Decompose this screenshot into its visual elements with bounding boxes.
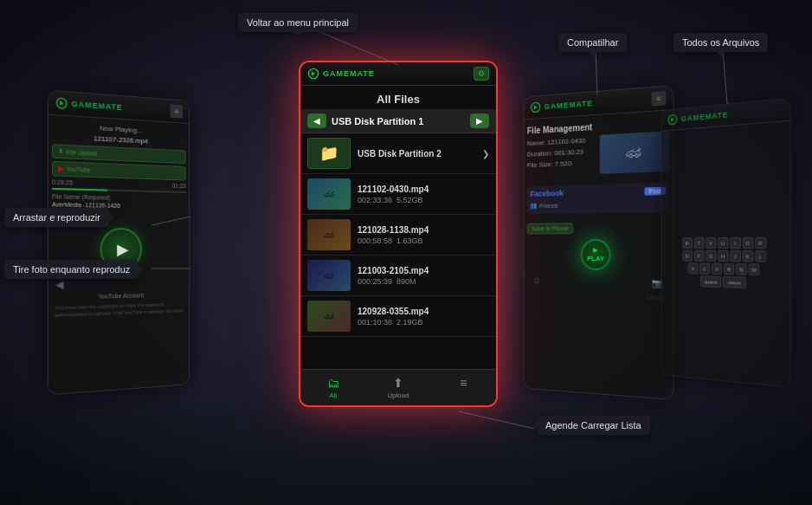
file-name-2: 121003-2105.mp4 [358,266,489,275]
callout-schedule-text: Agende Carregar Lista [545,420,641,431]
key-d[interactable]: D [682,250,693,262]
key-return[interactable]: return [723,276,746,288]
nav-partition-title: USB Disk Partition 1 [332,116,465,126]
file-detail-size: File Size: 7.52G [527,158,593,172]
callout-share-text: Compatilhar [567,37,618,48]
app-name-far-right: GAMEMATE [681,110,729,123]
key-m[interactable]: M [749,263,760,275]
keyboard-row-4: space return [664,275,786,289]
youtube-icon: ▶ [58,165,63,173]
share-button[interactable]: ▶ [470,113,489,128]
menu-icon-left[interactable]: ≡ [170,104,183,119]
key-k[interactable]: K [742,250,753,262]
svg-line-9 [459,411,535,429]
settings-icon[interactable]: ⚙ [474,67,489,81]
tab-upload-icon: ⬆ [393,376,403,390]
key-b[interactable]: B [724,263,734,275]
video-thumb-icon-0: 🏎 [324,188,334,200]
key-t[interactable]: T [693,237,704,249]
progress-bar[interactable] [52,188,186,193]
key-i[interactable]: I [730,237,740,249]
key-p[interactable]: P [755,237,766,249]
key-h[interactable]: H [718,250,728,262]
svg-line-5 [596,50,597,95]
tab-all[interactable]: 🗂 All [300,373,365,402]
tab-sort-icon: ≡ [460,376,467,390]
right-header-icons: ≡ [652,91,666,107]
key-x[interactable]: X [688,262,699,274]
gamemate-logo-far-right [667,113,678,126]
gamemate-logo-center [307,68,319,80]
key-r[interactable]: R [682,237,693,249]
time-end: 01:23 [172,183,186,189]
nav-bar: ◀ USB Disk Partition 1 ▶ [300,109,496,133]
upload-label: File Upload [66,149,97,157]
friends-icon: 👥 [530,202,537,209]
keyboard-area: R T Y U I O P D F G H J K L X C V B [661,121,790,295]
key-f[interactable]: F [693,250,704,262]
time-start: 0:28:25 [52,178,73,185]
file-thumbnail-2: 🏎 [307,260,351,291]
callout-main-menu: Voltar ao menu principal [238,13,358,32]
left-phone-content: Now Playing... 121107-2326.mp4 ⬆ File Up… [48,115,189,326]
youtube-button[interactable]: ▶ YouTube [52,161,186,181]
youtube-label: YouTube [66,166,90,173]
file-meta-0: 002:33:36 5.52GB [358,196,489,204]
key-space[interactable]: space [700,275,721,288]
center-header-icons: ⚙ [474,67,489,81]
menu-icon-right[interactable]: ≡ [652,91,666,107]
copyright-text: You must own the copyright or have the r… [52,299,186,322]
file-name-0: 121102-0430.mp4 [358,185,489,194]
file-preview-thumbnail: 🏎 [600,131,669,174]
key-v[interactable]: V [712,263,722,275]
file-info-2: 121003-2105.mp4 000:25:39 890M [358,266,489,286]
center-phone-header: GAMEMATE ⚙ [300,62,496,86]
upload-icon: ⬆ [58,148,63,156]
keyboard-content-area [664,125,786,234]
key-j[interactable]: J [730,250,740,262]
facebook-panel: Facebook Post 👥 Friends [527,182,669,214]
keyboard-row-1: R T Y U I O P [664,237,786,249]
file-item-0[interactable]: 🏎 121102-0430.mp4 002:33:36 5.52GB [300,174,496,215]
key-n[interactable]: N [736,263,747,275]
key-g[interactable]: G [706,250,716,262]
scene: GAMEMATE ≡ Now Playing... 121107-2326.mp… [0,0,812,505]
partition-2-item[interactable]: 📁 USB Disk Partition 2 ❯ [300,133,496,174]
file-meta-2: 000:25:39 890M [358,277,489,286]
tab-sort[interactable]: ≡ [431,373,496,402]
partition-2-info: USB Disk Partition 2 [358,149,475,159]
camera-icon[interactable]: 📷 [52,213,62,223]
file-meta-1: 000:58:58 1.63GB [358,236,489,245]
key-c[interactable]: C [699,263,710,275]
file-info-1: 121028-1138.mp4 000:58:58 1.63GB [358,225,489,245]
keyboard-row-3: X C V B N M [664,262,786,276]
phone-right: GAMEMATE ≡ File Management Name: 121102-… [523,85,673,400]
file-info-0: 121102-0430.mp4 002:33:36 5.52GB [358,185,489,204]
friends-label: Friends [539,202,557,208]
back-button[interactable]: ◀ [307,113,326,128]
play-button-medium[interactable]: ▶ PLAY [581,239,611,270]
app-name-left: GAMEMATE [72,100,123,112]
key-y[interactable]: Y [706,237,716,249]
file-list: 🏎 121102-0430.mp4 002:33:36 5.52GB 🏎 121… [300,174,496,369]
prev-icon[interactable]: ◀ [55,278,63,291]
play-triangle-icon: ▶ [117,240,129,259]
callout-share: Compatilhar [558,33,627,52]
file-item-1[interactable]: 🏎 121028-1138.mp4 000:58:58 1.63GB [300,215,496,256]
left-header-icons: ≡ [170,104,183,119]
save-phone-button[interactable]: Save to Phone [527,223,573,234]
file-item-3[interactable]: 🏎 120928-0355.mp4 001:10:36 2.19GB [300,296,496,337]
folder-icon: 📁 [319,144,338,163]
play-button-large[interactable]: ▶ [100,228,142,272]
key-u[interactable]: U [718,237,728,249]
key-o[interactable]: O [742,237,753,249]
key-l[interactable]: L [755,250,766,262]
file-thumbnail-0: 🏎 [307,178,351,210]
settings-gear-icon[interactable]: ⚙ [533,276,540,286]
tab-upload[interactable]: ⬆ Upload [365,373,430,402]
tab-all-icon: 🗂 [327,376,339,390]
partition-2-name: USB Disk Partition 2 [358,149,475,159]
upload-button[interactable]: ⬆ File Upload [52,144,186,164]
callout-main-menu-text: Voltar ao menu principal [247,17,349,28]
file-item-2[interactable]: 🏎 121003-2105.mp4 000:25:39 890M [300,256,496,296]
